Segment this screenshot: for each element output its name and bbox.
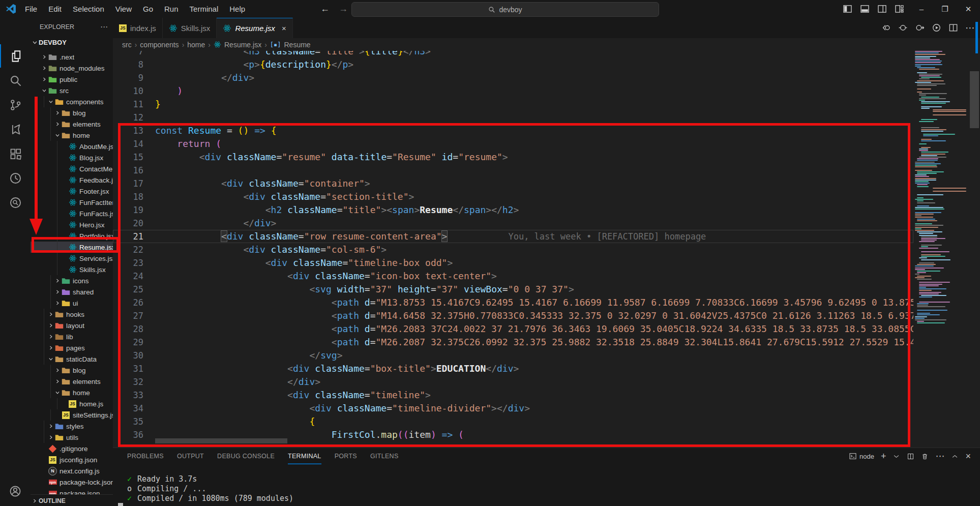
breadcrumb-item-resume.jsx[interactable]: Resume.jsx: [224, 41, 261, 49]
tree-item-styles[interactable]: styles: [31, 421, 113, 432]
terminal-output[interactable]: ✓Ready in 3.7soCompiling / ...✓Compiled …: [127, 474, 293, 503]
history-forward-icon[interactable]: →: [339, 4, 348, 14]
toggle-secondary-sidebar-icon[interactable]: [878, 5, 886, 13]
gitlens-icon[interactable]: [0, 166, 31, 190]
tree-item-public[interactable]: public: [31, 74, 113, 85]
tab-index.js[interactable]: JSindex.js: [113, 18, 163, 38]
tree-item-funfactitem.jsx[interactable]: FunFactItem.jsx: [31, 197, 113, 208]
tree-item-aboutme.jsx[interactable]: AboutMe.jsx: [31, 141, 113, 152]
tree-item-skills.jsx[interactable]: Skills.jsx: [31, 264, 113, 275]
tree-item-home.js[interactable]: JShome.js: [31, 398, 113, 409]
tree-item-hooks[interactable]: hooks: [31, 309, 113, 320]
account-icon[interactable]: [0, 480, 31, 503]
tree-item-layout[interactable]: layout: [31, 320, 113, 331]
tree-item-blog[interactable]: blog: [31, 107, 113, 118]
tab-skills.jsx[interactable]: Skills.jsx: [163, 18, 217, 38]
panel-tab-ports[interactable]: PORTS: [335, 448, 357, 464]
tree-item-home[interactable]: home: [31, 130, 113, 141]
menu-go[interactable]: Go: [138, 3, 158, 15]
tree-item-contactme.jsx[interactable]: ContactMe.jsx: [31, 163, 113, 174]
nav-back-icon[interactable]: [881, 23, 891, 33]
tree-item-blog[interactable]: blog: [31, 365, 113, 376]
plus-icon[interactable]: +: [881, 451, 886, 462]
compare-next-icon[interactable]: [915, 23, 925, 33]
settings-icon[interactable]: [0, 503, 31, 506]
menu-view[interactable]: View: [110, 3, 137, 15]
menu-help[interactable]: Help: [224, 3, 250, 15]
breadcrumb-item-src[interactable]: src: [122, 41, 132, 49]
tree-item-elements[interactable]: elements: [31, 376, 113, 387]
customize-layout-icon[interactable]: [895, 5, 904, 13]
code-line-7[interactable]: 7 <h3 className="title">{title}</h3>: [113, 51, 913, 58]
tree-item-node-modules[interactable]: node_modules: [31, 63, 113, 74]
tree-item-next.config.js[interactable]: Nnext.config.js: [31, 465, 113, 477]
breadcrumb-item-components[interactable]: components: [140, 41, 179, 49]
code-line-11[interactable]: 11}: [113, 98, 913, 111]
tree-item-home[interactable]: home: [31, 387, 113, 398]
restore-button[interactable]: ❐: [933, 0, 957, 18]
tree-item-blog.jsx[interactable]: Blog.jsx: [31, 152, 113, 163]
tree-item-.gitignore[interactable]: .gitignore: [31, 443, 113, 454]
minimap[interactable]: [913, 51, 969, 448]
close-icon[interactable]: ×: [965, 451, 971, 462]
tree-item-footer.jsx[interactable]: Footer.jsx: [31, 186, 113, 197]
tree-item-elements[interactable]: elements: [31, 118, 113, 130]
outline-section-header[interactable]: OUTLINE: [31, 494, 113, 506]
code-line-9[interactable]: 9 </div>: [113, 71, 913, 84]
tab-resume.jsx[interactable]: Resume.jsx×: [217, 18, 292, 38]
command-center-search[interactable]: devboy: [351, 2, 659, 17]
extensions-icon[interactable]: [0, 142, 31, 165]
compare-prev-icon[interactable]: [898, 23, 908, 33]
panel-tab-debug-console[interactable]: DEBUG CONSOLE: [217, 448, 275, 464]
history-back-icon[interactable]: ←: [320, 4, 330, 14]
split-editor-icon[interactable]: [948, 23, 958, 33]
tree-item-feedback.jsx[interactable]: Feedback.jsx: [31, 174, 113, 186]
tree-item-.next[interactable]: .next: [31, 51, 113, 63]
run-icon[interactable]: [932, 23, 941, 33]
close-window-button[interactable]: ✕: [957, 0, 980, 18]
minimize-button[interactable]: –: [910, 0, 933, 18]
gitlens-inspect-icon[interactable]: [0, 191, 31, 214]
tree-item-staticdata[interactable]: staticData: [31, 353, 113, 365]
chevron-up-icon[interactable]: [951, 453, 959, 460]
code-line-10[interactable]: 10 ): [113, 84, 913, 98]
code-line-8[interactable]: 8 <p>{description}</p>: [113, 58, 913, 71]
tree-item-ui[interactable]: ui: [31, 297, 113, 309]
tree-item-pages[interactable]: pages: [31, 342, 113, 353]
tree-item-shared[interactable]: shared: [31, 286, 113, 297]
explorer-icon[interactable]: [0, 44, 32, 68]
tree-item-sitesettings.js[interactable]: JSsiteSettings.js: [31, 409, 113, 421]
tree-item-jsconfig.json[interactable]: JSjsconfig.json: [31, 454, 113, 465]
breadcrumb-item-home[interactable]: home: [187, 41, 205, 49]
tree-item-services.jsx[interactable]: Services.jsx: [31, 253, 113, 264]
menu-run[interactable]: Run: [159, 3, 184, 15]
menu-file[interactable]: File: [20, 3, 42, 15]
split-terminal-icon[interactable]: [907, 453, 914, 460]
toggle-sidebar-icon[interactable]: [843, 5, 852, 13]
panel-tab-output[interactable]: OUTPUT: [177, 448, 204, 464]
source-control-icon[interactable]: [0, 93, 31, 116]
tree-item-icons[interactable]: icons: [31, 275, 113, 286]
chevron-down-icon[interactable]: [893, 453, 900, 460]
breadcrumb-item-resume[interactable]: Resume: [284, 41, 311, 49]
terminal-profile[interactable]: node: [849, 452, 874, 460]
code-line-12[interactable]: 12: [113, 111, 913, 124]
search-icon[interactable]: [0, 69, 31, 92]
tree-item-utils[interactable]: utils: [31, 432, 113, 443]
toggle-panel-icon[interactable]: [860, 5, 869, 13]
tree-item-src[interactable]: src: [31, 85, 113, 96]
tree-item-hero.jsx[interactable]: Hero.jsx: [31, 219, 113, 230]
panel-tab-gitlens[interactable]: GITLENS: [370, 448, 399, 464]
vertical-scrollbar-thumb[interactable]: [970, 71, 979, 128]
trash-icon[interactable]: [921, 453, 929, 460]
panel-tab-problems[interactable]: PROBLEMS: [127, 448, 164, 464]
workspace-root[interactable]: DEVBOY: [31, 36, 113, 48]
menu-terminal[interactable]: Terminal: [185, 3, 224, 15]
menu-edit[interactable]: Edit: [43, 3, 67, 15]
more-icon[interactable]: ⋯: [935, 451, 944, 462]
tree-item-lib[interactable]: lib: [31, 331, 113, 342]
tree-item-components[interactable]: components: [31, 96, 113, 107]
close-tab-icon[interactable]: ×: [282, 24, 286, 33]
menu-selection[interactable]: Selection: [68, 3, 109, 15]
tree-item-funfacts.jsx[interactable]: FunFacts.jsx: [31, 208, 113, 219]
